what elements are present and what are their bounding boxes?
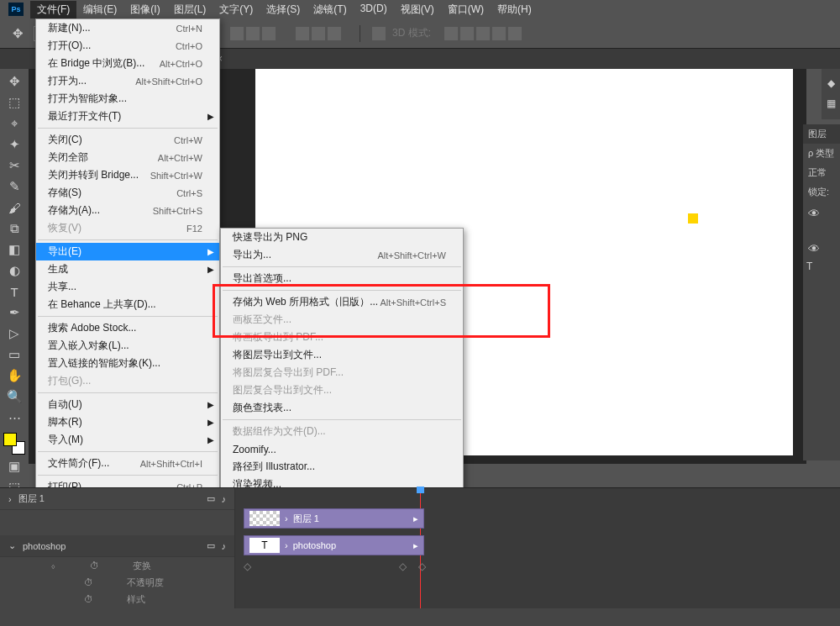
menu-文件[interactable]: 文件(F) — [30, 1, 76, 18]
chevron-icon[interactable]: › — [8, 494, 12, 504]
menu-item[interactable]: 关闭并转到 Bridge...Shift+Ctrl+W — [36, 166, 219, 184]
track-prop[interactable]: ⏱样式 — [0, 591, 234, 608]
menu-item[interactable]: 路径到 Illustrator... — [221, 458, 463, 476]
track-audio-icon[interactable]: ♪ — [222, 494, 227, 504]
menu-item[interactable]: 导出(E)▶ — [36, 243, 219, 260]
menu-item[interactable]: 将图层导出到文件... — [221, 346, 463, 364]
visibility-icon[interactable]: 👁 — [808, 242, 835, 255]
clip-thumb — [249, 511, 280, 526]
3d-tool-icon[interactable] — [444, 27, 458, 40]
separator — [38, 128, 218, 129]
blend-mode[interactable]: 正常 — [803, 163, 840, 182]
lasso-tool-icon[interactable]: ⌖ — [5, 114, 24, 133]
menu-item[interactable]: 打开(O)...Ctrl+O — [36, 37, 219, 55]
menu-3d[interactable]: 3D(D) — [354, 1, 394, 18]
dist-icon[interactable] — [328, 27, 341, 40]
type-tool-icon[interactable]: T — [5, 282, 24, 301]
chevron-down-icon[interactable]: ⌄ — [8, 540, 16, 551]
path-tool-icon[interactable]: ▷ — [5, 324, 24, 343]
3d-tool-icon[interactable] — [508, 27, 522, 40]
menu-item[interactable]: 文件简介(F)...Alt+Shift+Ctrl+I — [36, 455, 219, 472]
3d-tool-icon[interactable] — [460, 27, 474, 40]
crop-tool-icon[interactable]: ✂ — [5, 156, 24, 175]
menu-item[interactable]: 颜色查找表... — [221, 399, 463, 417]
dist-icon[interactable] — [296, 27, 309, 40]
hand-tool-icon[interactable]: ✋ — [5, 366, 24, 385]
visibility-icon[interactable]: 👁 — [808, 207, 835, 220]
menu-item[interactable]: 存储为 Web 所用格式（旧版）...Alt+Shift+Ctrl+S — [221, 293, 463, 311]
menu-item[interactable]: 打开为智能对象... — [36, 90, 219, 108]
dist-icon[interactable] — [246, 27, 260, 40]
track-fx-icon[interactable]: ▭ — [207, 493, 215, 504]
menu-帮助[interactable]: 帮助(H) — [491, 1, 538, 18]
menu-item[interactable]: 脚本(R)▶ — [36, 413, 219, 431]
timeline-tracks-area[interactable]: ›图层 1 ▸ T ›photoshop ▸ ◇ ◇ ◇ — [235, 488, 840, 608]
panel-icon[interactable]: ◆ — [827, 77, 835, 89]
menu-item[interactable]: 存储为(A)...Shift+Ctrl+S — [36, 202, 219, 219]
track-audio-icon[interactable]: ♪ — [222, 541, 227, 551]
separator — [223, 290, 461, 291]
menu-item[interactable]: 自动(U)▶ — [36, 396, 219, 413]
marquee-tool-icon[interactable]: ⬚ — [5, 93, 24, 112]
menu-滤镜[interactable]: 滤镜(T) — [307, 1, 353, 18]
track-row[interactable]: ⌄ photoshop ▭ ♪ — [0, 535, 234, 557]
timeline-clip[interactable]: ›图层 1 ▸ — [244, 508, 424, 529]
menu-窗口[interactable]: 窗口(W) — [441, 1, 491, 18]
dist-icon[interactable] — [262, 27, 276, 40]
menu-item[interactable]: 导出为...Alt+Shift+Ctrl+W — [221, 246, 463, 264]
menu-item[interactable]: 快速导出为 PNG — [221, 229, 463, 246]
menu-图像[interactable]: 图像(I) — [123, 1, 166, 18]
menu-item[interactable]: 关闭(C)Ctrl+W — [36, 131, 219, 149]
quickmask-icon[interactable]: ▣ — [5, 457, 24, 476]
move-tool-icon[interactable]: ✥ — [5, 72, 24, 91]
move-tool-icon[interactable]: ✥ — [8, 24, 27, 43]
menu-视图[interactable]: 视图(V) — [394, 1, 441, 18]
dist-icon[interactable] — [312, 27, 325, 40]
menu-item[interactable]: 最近打开文件(T)▶ — [36, 108, 219, 125]
menu-item[interactable]: 搜索 Adobe Stock... — [36, 319, 219, 337]
menu-item[interactable]: 存储(S)Ctrl+S — [36, 184, 219, 202]
color-swatches[interactable] — [3, 433, 25, 455]
menu-选择[interactable]: 选择(S) — [260, 1, 307, 18]
menu-编辑[interactable]: 编辑(E) — [76, 1, 123, 18]
menu-item: 画板至文件... — [221, 311, 463, 329]
track-prop[interactable]: ⏱不透明度 — [0, 574, 234, 591]
menu-item[interactable]: 生成▶ — [36, 260, 219, 278]
menu-item: 打包(G)... — [36, 372, 219, 390]
kind-filter[interactable]: ρ 类型 — [803, 144, 840, 163]
menu-item[interactable]: 打开为...Alt+Shift+Ctrl+O — [36, 72, 219, 90]
menu-item[interactable]: 置入链接的智能对象(K)... — [36, 355, 219, 372]
menu-item[interactable]: 导出首选项... — [221, 270, 463, 287]
menu-item[interactable]: 共享... — [36, 278, 219, 296]
panel-icon[interactable]: ▦ — [827, 97, 836, 109]
zoom-tool-icon[interactable]: 🔍 — [5, 387, 24, 406]
track-fx-icon[interactable]: ▭ — [207, 540, 215, 551]
pen-tool-icon[interactable]: ✒ — [5, 303, 24, 322]
fg-color-swatch[interactable] — [3, 433, 17, 446]
gradient-tool-icon[interactable]: ◐ — [5, 261, 24, 280]
3d-tool-icon[interactable] — [492, 27, 506, 40]
menu-文字[interactable]: 文字(Y) — [213, 1, 260, 18]
eraser-tool-icon[interactable]: ◧ — [5, 240, 24, 259]
menu-图层[interactable]: 图层(L) — [167, 1, 213, 18]
brush-tool-icon[interactable]: 🖌 — [5, 198, 24, 217]
dist-icon[interactable] — [230, 27, 244, 40]
clone-tool-icon[interactable]: ⧉ — [5, 219, 24, 238]
menu-item[interactable]: 在 Bridge 中浏览(B)...Alt+Ctrl+O — [36, 55, 219, 72]
menu-item[interactable]: Zoomify... — [221, 440, 463, 458]
menu-item[interactable]: 关闭全部Alt+Ctrl+W — [36, 149, 219, 166]
3d-tool-icon[interactable] — [476, 27, 490, 40]
menu-item[interactable]: 置入嵌入对象(L)... — [36, 337, 219, 355]
track-row[interactable]: › 图层 1 ▭ ♪ — [0, 488, 234, 510]
menu-item[interactable]: 在 Behance 上共享(D)... — [36, 296, 219, 313]
3d-icon[interactable] — [372, 27, 386, 40]
more-tool-icon[interactable]: ⋯ — [5, 408, 24, 427]
menu-item[interactable]: 导入(M)▶ — [36, 431, 219, 449]
shape-tool-icon[interactable]: ▭ — [5, 345, 24, 364]
eyedropper-tool-icon[interactable]: ✎ — [5, 177, 24, 196]
track-prop[interactable]: ⬨⏱变换 — [0, 557, 234, 574]
timeline-panel: › 图层 1 ▭ ♪ ⌄ photoshop ▭ ♪ ⬨⏱变换 ⏱不透明度 ⏱样… — [0, 487, 840, 626]
timeline-clip[interactable]: T ›photoshop ▸ — [244, 535, 424, 555]
wand-tool-icon[interactable]: ✦ — [5, 135, 24, 154]
menu-item[interactable]: 新建(N)...Ctrl+N — [36, 19, 219, 37]
